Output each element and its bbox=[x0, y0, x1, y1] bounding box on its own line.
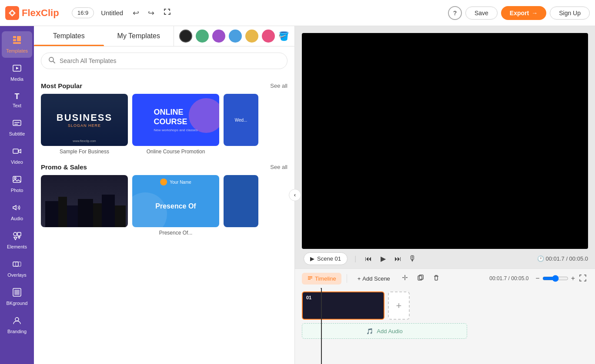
timeline-label: Timeline bbox=[315, 275, 336, 282]
subtitle-icon bbox=[13, 119, 21, 129]
sidebar-item-overlays[interactable]: Overlays bbox=[2, 255, 32, 282]
add-audio-bar[interactable]: 🎵 Add Audio bbox=[302, 323, 467, 339]
color-swatch-blue[interactable] bbox=[229, 30, 242, 43]
topbar: FlexClip 16:9 Untitled ↩ ↪ ? Save Export… bbox=[0, 0, 595, 26]
collapse-panel-button[interactable]: ‹ bbox=[289, 189, 301, 201]
sidebar-item-media[interactable]: Media bbox=[2, 60, 32, 86]
search-input[interactable] bbox=[60, 57, 280, 64]
tab-templates[interactable]: Templates bbox=[34, 26, 104, 46]
sidebar-item-label-elements: Elements bbox=[7, 244, 27, 249]
template-card-promo2[interactable]: Your Name Presence Of Presence Of... bbox=[132, 175, 219, 236]
template-card-promo1[interactable] bbox=[41, 175, 128, 236]
zoom-in-button[interactable]: + bbox=[571, 275, 575, 282]
timeline-button[interactable]: Timeline bbox=[302, 273, 341, 285]
tab-my-templates-label: My Templates bbox=[117, 32, 160, 40]
biz-title: BUSINESS bbox=[57, 112, 112, 123]
svg-point-12 bbox=[13, 232, 17, 236]
sidebar-item-templates[interactable]: Templates bbox=[2, 31, 32, 58]
most-popular-see-all[interactable]: See all bbox=[270, 83, 287, 89]
sidebar-item-branding[interactable]: Branding bbox=[2, 312, 32, 338]
template-label-course: Online Course Promotion bbox=[132, 149, 219, 155]
aspect-ratio-button[interactable]: 16:9 bbox=[72, 7, 94, 18]
play-button[interactable]: ▶ bbox=[379, 253, 388, 265]
save-button[interactable]: Save bbox=[465, 7, 498, 20]
sidebar-item-audio[interactable]: Audio bbox=[2, 199, 32, 225]
split-button[interactable] bbox=[399, 272, 411, 285]
scene-clip-01[interactable]: 01 bbox=[302, 291, 384, 320]
sidebar-item-photo[interactable]: Photo bbox=[2, 171, 32, 197]
sidebar-item-text[interactable]: T Text bbox=[2, 88, 32, 113]
skip-back-button[interactable]: ⏮ bbox=[363, 253, 374, 265]
fill-color-icon[interactable]: 🪣 bbox=[278, 31, 289, 41]
template-thumb-promo-partial bbox=[224, 175, 258, 227]
timeline-time: 00:01.7 / 00:05.0 bbox=[489, 275, 528, 281]
help-button[interactable]: ? bbox=[448, 6, 462, 20]
sidebar-item-label-photo: Photo bbox=[11, 188, 23, 193]
tab-my-templates[interactable]: My Templates bbox=[104, 26, 174, 46]
template-label-promo2: Presence Of... bbox=[132, 230, 219, 236]
add-scene-icon: + bbox=[358, 275, 361, 282]
duplicate-button[interactable] bbox=[414, 272, 427, 285]
template-card-course[interactable]: ONLINECOURSE New workshops and classes O… bbox=[132, 94, 219, 155]
chevron-left-icon: ‹ bbox=[294, 192, 296, 198]
add-scene-label: Add Scene bbox=[362, 275, 390, 282]
course-sub: New workshops and classes bbox=[154, 128, 198, 132]
timeline-clips-row: 01 + bbox=[302, 288, 588, 320]
add-clip-icon: + bbox=[396, 300, 402, 311]
sidebar-item-video[interactable]: Video bbox=[2, 142, 32, 169]
sidebar-item-label-overlays: Overlays bbox=[7, 272, 26, 278]
template-card-partial[interactable]: Wed... bbox=[224, 94, 258, 155]
svg-rect-9 bbox=[13, 149, 18, 153]
sidebar-item-subtitle[interactable]: Subtitle bbox=[2, 114, 32, 141]
color-swatch-black[interactable] bbox=[179, 30, 192, 43]
preview-section: ▶ Scene 01 | ⏮ ▶ ⏭ 🎙 🕐 00:01.7 / 00:05.0 bbox=[295, 26, 595, 268]
zoom-out-button[interactable]: − bbox=[535, 275, 539, 282]
template-thumb-business: BUSINESS SLOGAN HERE www.flexclip.com bbox=[41, 94, 128, 146]
biz-sub: SLOGAN HERE bbox=[57, 123, 112, 128]
project-title: Untitled bbox=[101, 9, 123, 17]
play-scene-button[interactable]: ▶ Scene 01 bbox=[304, 252, 348, 265]
svg-rect-26 bbox=[102, 195, 115, 227]
fullscreen-button[interactable] bbox=[160, 5, 174, 20]
template-card-promo-partial[interactable] bbox=[224, 175, 258, 236]
svg-rect-21 bbox=[45, 201, 58, 227]
sidebar-item-bkground[interactable]: BKground bbox=[2, 284, 32, 310]
timeline-tracks: 01 + 🎵 Add Audio bbox=[295, 288, 595, 364]
add-scene-clip[interactable]: + bbox=[388, 291, 410, 320]
most-popular-section-header: Most Popular See all bbox=[41, 82, 287, 89]
color-swatch-yellow[interactable] bbox=[245, 30, 258, 43]
logo: FlexClip bbox=[5, 6, 68, 20]
delete-button[interactable] bbox=[430, 272, 442, 285]
svg-rect-2 bbox=[13, 39, 16, 41]
help-icon: ? bbox=[453, 10, 457, 17]
skip-forward-button[interactable]: ⏭ bbox=[393, 253, 403, 265]
template-content: Most Popular See all BUSINESS SLOGAN HER… bbox=[34, 75, 294, 364]
zoom-slider[interactable] bbox=[542, 275, 568, 282]
clock-icon: 🕐 bbox=[537, 255, 544, 262]
fit-button[interactable] bbox=[578, 273, 588, 285]
redo-button[interactable]: ↪ bbox=[145, 6, 157, 20]
zoom-controls: − + bbox=[535, 273, 588, 285]
video-preview bbox=[302, 33, 588, 249]
play-icon: ▶ bbox=[310, 255, 314, 262]
text-icon: T bbox=[15, 92, 20, 101]
partial-label: Wed... bbox=[235, 118, 247, 122]
sidebar-item-elements[interactable]: Elements bbox=[2, 227, 32, 254]
export-button[interactable]: Export → bbox=[501, 6, 546, 20]
audio-icon bbox=[13, 203, 21, 214]
mic-button[interactable]: 🎙 bbox=[408, 254, 416, 263]
add-scene-button[interactable]: + Add Scene bbox=[352, 273, 395, 284]
timeline-needle bbox=[321, 288, 322, 364]
sidebar-item-label-bkground: BKground bbox=[7, 301, 28, 306]
templates-panel: Templates My Templates 🪣 bbox=[34, 26, 295, 364]
signup-button[interactable]: Sign Up bbox=[550, 7, 590, 20]
color-swatch-pink[interactable] bbox=[262, 30, 275, 43]
color-swatch-purple[interactable] bbox=[212, 30, 225, 43]
template-card-business[interactable]: BUSINESS SLOGAN HERE www.flexclip.com Sa… bbox=[41, 94, 128, 155]
svg-point-11 bbox=[14, 177, 16, 179]
undo-button[interactable]: ↩ bbox=[130, 6, 142, 20]
promo-sales-title: Promo & Sales bbox=[41, 163, 87, 171]
promo-see-all[interactable]: See all bbox=[270, 164, 287, 170]
bkground-icon bbox=[13, 288, 21, 299]
color-swatch-green[interactable] bbox=[196, 30, 209, 43]
